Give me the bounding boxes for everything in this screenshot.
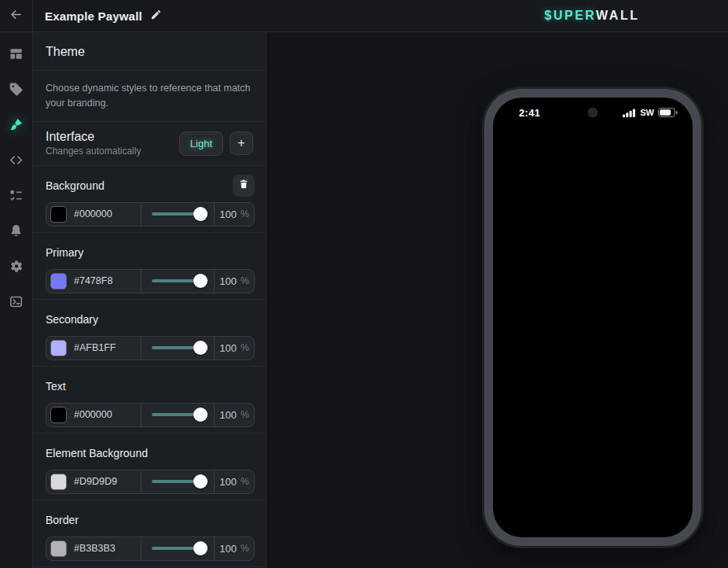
status-time: 2:41 xyxy=(519,107,540,119)
icon-sidebar xyxy=(0,32,33,568)
color-section-primary: Primary 100 % xyxy=(33,233,266,300)
hex-input[interactable] xyxy=(74,275,135,286)
hex-input[interactable] xyxy=(74,409,135,420)
opacity-unit: % xyxy=(241,476,249,487)
color-section-secondary: Secondary 100 % xyxy=(33,300,266,367)
color-label: Border xyxy=(46,514,255,526)
slider-thumb[interactable] xyxy=(193,474,208,489)
pencil-icon xyxy=(150,9,162,24)
phone-frame: 2:41 SW xyxy=(484,89,701,546)
camera-dot xyxy=(588,108,598,118)
slider-thumb[interactable] xyxy=(193,341,208,355)
hex-input[interactable] xyxy=(74,543,135,554)
color-swatch[interactable] xyxy=(50,206,67,223)
opacity-unit: % xyxy=(241,543,249,554)
interface-label: Interface xyxy=(46,130,179,144)
sidebar-item-theme[interactable] xyxy=(0,109,33,144)
color-control-row: 100 % xyxy=(46,202,255,227)
opacity-value[interactable]: 100 xyxy=(219,476,237,488)
sidebar-item-settings[interactable] xyxy=(0,250,33,286)
color-label: Primary xyxy=(46,246,255,259)
color-control-row: 100 % xyxy=(46,403,255,427)
opacity-slider[interactable] xyxy=(152,212,204,216)
tag-icon xyxy=(9,82,24,100)
color-section-element-background: Element Background 100 % xyxy=(33,433,266,500)
panel-description: Choose dynamic styles to reference that … xyxy=(33,71,266,122)
phone-mockup: 2:41 SW xyxy=(482,87,704,548)
opacity-unit: % xyxy=(241,208,249,219)
opacity-slider[interactable] xyxy=(152,346,204,349)
opacity-value[interactable]: 100 xyxy=(219,208,237,220)
color-label: Element Background xyxy=(46,447,255,459)
slider-thumb[interactable] xyxy=(193,541,208,555)
color-control-row: 100 % xyxy=(46,470,255,494)
panel-title: Theme xyxy=(33,32,266,71)
interface-mode-button[interactable]: Light xyxy=(179,131,223,156)
paywall-title: Example Paywall xyxy=(45,9,142,23)
hex-input[interactable] xyxy=(74,208,135,219)
sidebar-item-tasks[interactable] xyxy=(0,179,33,215)
opacity-unit: % xyxy=(241,275,249,286)
interface-section: Interface Changes automatically Light + xyxy=(33,122,266,166)
trash-icon xyxy=(238,179,249,192)
sidebar-item-code[interactable] xyxy=(0,144,33,179)
code-icon xyxy=(9,153,24,171)
sidebar-item-products[interactable] xyxy=(0,73,33,109)
arrow-left-icon xyxy=(9,7,24,25)
logo-suffix: WALL xyxy=(596,9,639,22)
delete-color-button[interactable] xyxy=(233,175,255,197)
color-control-row: 100 % xyxy=(46,269,255,293)
opacity-value[interactable]: 100 xyxy=(219,342,237,354)
checklist-icon xyxy=(9,188,24,206)
opacity-unit: % xyxy=(241,409,249,420)
theme-panel: Theme Choose dynamic styles to reference… xyxy=(33,32,267,568)
color-swatch[interactable] xyxy=(50,474,67,490)
console-icon xyxy=(9,294,24,312)
slider-thumb[interactable] xyxy=(193,274,208,288)
slider-thumb[interactable] xyxy=(193,207,208,221)
back-button[interactable] xyxy=(0,0,33,32)
opacity-slider[interactable] xyxy=(152,547,204,550)
phone-status-bar: 2:41 SW xyxy=(493,105,693,120)
color-label: Text xyxy=(46,380,255,393)
hex-input[interactable] xyxy=(74,476,135,487)
paintbrush-icon xyxy=(9,117,24,135)
color-label: Secondary xyxy=(46,313,255,326)
add-interface-button[interactable]: + xyxy=(230,131,253,155)
sidebar-item-console[interactable] xyxy=(0,286,33,321)
gear-icon xyxy=(9,259,24,277)
color-control-row: 100 % xyxy=(46,537,255,561)
slider-thumb[interactable] xyxy=(193,408,208,422)
color-control-row: 100 % xyxy=(46,336,255,360)
sidebar-item-layout[interactable] xyxy=(0,38,33,73)
battery-icon xyxy=(658,108,678,117)
hex-input[interactable] xyxy=(74,342,135,353)
opacity-slider[interactable] xyxy=(152,480,204,483)
superwall-logo: $UPERWALL xyxy=(545,9,640,23)
signal-icon xyxy=(623,109,636,117)
top-bar: Example Paywall $UPERWALL xyxy=(0,0,728,32)
edit-title-button[interactable] xyxy=(150,9,162,24)
layout-icon xyxy=(9,46,24,65)
interface-sublabel: Changes automatically xyxy=(46,146,179,157)
color-section-border: Border 100 % xyxy=(33,500,266,567)
color-swatch[interactable] xyxy=(50,407,67,423)
opacity-slider[interactable] xyxy=(152,279,204,282)
opacity-value[interactable]: 100 xyxy=(219,409,237,421)
preview-canvas: 2:41 SW xyxy=(267,32,728,568)
logo-prefix: $UPER xyxy=(545,9,597,22)
sidebar-item-notifications[interactable] xyxy=(0,215,33,250)
opacity-value[interactable]: 100 xyxy=(219,543,237,555)
carrier-label: SW xyxy=(640,108,654,117)
color-section-background: Background 100 % xyxy=(33,166,266,233)
opacity-slider[interactable] xyxy=(152,413,204,416)
opacity-unit: % xyxy=(241,342,249,353)
opacity-value[interactable]: 100 xyxy=(219,275,237,287)
color-section-text: Text 100 % xyxy=(33,367,266,433)
color-swatch[interactable] xyxy=(50,540,67,557)
color-swatch[interactable] xyxy=(50,273,67,290)
color-label: Background xyxy=(46,179,233,192)
color-swatch[interactable] xyxy=(50,340,67,356)
phone-screen[interactable]: 2:41 SW xyxy=(493,98,693,537)
bell-icon xyxy=(9,223,24,242)
